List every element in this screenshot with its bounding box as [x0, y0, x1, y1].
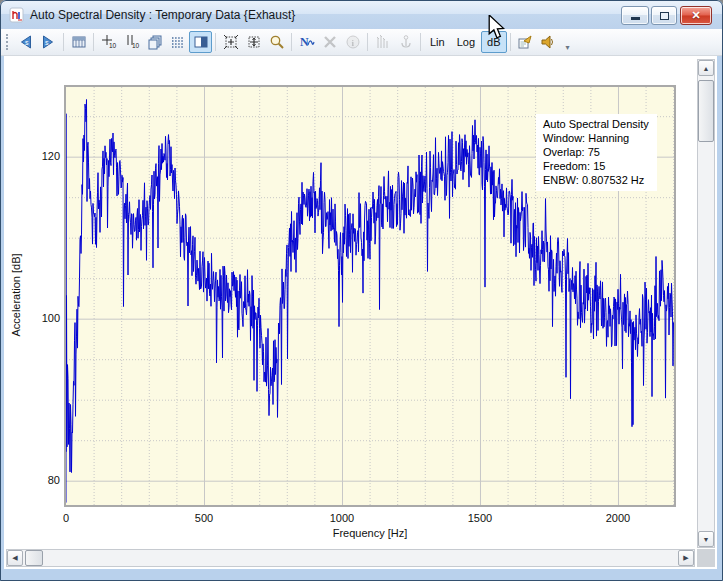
prev-display-button[interactable]: s: [14, 31, 37, 53]
close-button[interactable]: ✕: [680, 6, 712, 25]
toolbar-separator: [367, 33, 368, 51]
curve-fit-button[interactable]: N: [295, 31, 318, 53]
row-overlay-button[interactable]: [166, 31, 189, 53]
y-axis-title: Acceleration [dB]: [10, 240, 22, 350]
minimize-icon: [631, 17, 640, 20]
horizontal-scrollbar[interactable]: ◀ ▶: [6, 549, 695, 567]
magnifier-button[interactable]: [265, 31, 288, 53]
curve-fit-icon: N: [299, 34, 315, 50]
sound-replay-button[interactable]: [537, 31, 560, 53]
vertical-scrollbar[interactable]: ▲ ▼: [697, 59, 715, 548]
prev-display-icon: s: [17, 34, 34, 50]
export-report-button[interactable]: [514, 31, 537, 53]
arrow-up-icon: ▲: [703, 65, 710, 72]
restore-button[interactable]: [651, 6, 677, 25]
magnifier-icon: [269, 34, 285, 50]
app-icon: [9, 7, 25, 23]
scroll-down-button[interactable]: ▼: [698, 531, 714, 547]
title-bar[interactable]: Auto Spectral Density : Temporary Data {…: [1, 1, 722, 29]
x-tick-label: 1500: [450, 512, 510, 524]
y-tick-label: 80: [18, 474, 60, 486]
db-scale-button[interactable]: dB: [481, 31, 506, 53]
legend-line: Freedom: 15: [543, 159, 649, 173]
toolbar-separator: [63, 33, 64, 51]
svg-text:N: N: [300, 35, 309, 49]
scrollbar-corner: [697, 549, 715, 567]
marker-harmonics-button: [371, 31, 394, 53]
window-title: Auto Spectral Density : Temporary Data {…: [30, 8, 295, 22]
restore-icon: [660, 12, 669, 20]
arrow-right-icon: ▶: [683, 554, 688, 562]
delete-cross-button: [318, 31, 341, 53]
x-axis-title: Frequency [Hz]: [310, 527, 430, 539]
info-button: i: [341, 31, 364, 53]
svg-text:s: s: [45, 39, 49, 46]
legend-line: Window: Hanning: [543, 131, 649, 145]
x-tick-label: 500: [174, 512, 234, 524]
legend-line: ENBW: 0.807532 Hz: [543, 173, 649, 187]
y-tick-label: 100: [18, 312, 60, 324]
svg-text:s: s: [25, 39, 29, 46]
toolbar-separator: [215, 33, 216, 51]
legend-box: Auto Spectral Density Window: Hanning Ov…: [536, 114, 657, 191]
chart-panel: Acceleration [dB] Frequency [Hz] 0500100…: [4, 56, 717, 569]
export-report-icon: [517, 34, 533, 50]
cursor-vertical-icon: 10: [124, 34, 140, 50]
minimize-button[interactable]: [621, 6, 649, 25]
lin-scale-button[interactable]: Lin: [424, 31, 451, 53]
row-overlay-icon: [170, 34, 186, 50]
svg-text:10: 10: [109, 42, 117, 49]
vertical-scroll-thumb[interactable]: [698, 80, 714, 142]
marker-anchor-button: [394, 31, 417, 53]
x-tick-label: 2000: [588, 512, 648, 524]
close-icon: ✕: [691, 9, 700, 22]
zoom-extents-icon: [223, 34, 239, 50]
app-window: Auto Spectral Density : Temporary Data {…: [0, 0, 723, 581]
marker-anchor-icon: [398, 34, 414, 50]
legend-line: Auto Spectral Density: [543, 117, 649, 131]
cursor-horizontal-icon: 10: [101, 34, 117, 50]
svg-text:10: 10: [132, 42, 140, 49]
log-scale-button[interactable]: Log: [451, 31, 481, 53]
split-pane-button[interactable]: [189, 31, 212, 53]
cascade-layers-icon: [147, 34, 163, 50]
cursor-vertical-button[interactable]: 10: [120, 31, 143, 53]
zoom-window-button[interactable]: [242, 31, 265, 53]
scroll-up-button[interactable]: ▲: [698, 60, 714, 76]
options-grid-button[interactable]: [67, 31, 90, 53]
toolbar-grip[interactable]: [6, 34, 10, 50]
cursor-horizontal-button[interactable]: 10: [97, 31, 120, 53]
info-icon: i: [345, 34, 361, 50]
toolbar-separator: [291, 33, 292, 51]
x-tick-label: 0: [36, 512, 96, 524]
scroll-right-button[interactable]: ▶: [678, 550, 694, 566]
zoom-extents-button[interactable]: [219, 31, 242, 53]
arrow-left-icon: ◀: [12, 554, 17, 562]
options-grid-icon: [71, 34, 87, 50]
horizontal-scroll-thumb[interactable]: [25, 550, 43, 566]
scroll-left-button[interactable]: ◀: [7, 550, 23, 566]
next-display-icon: s: [40, 34, 57, 50]
toolbar: s s 10 10: [1, 29, 722, 56]
y-tick-label: 120: [18, 150, 60, 162]
arrow-down-icon: ▼: [703, 536, 710, 543]
marker-harmonics-icon: [375, 34, 391, 50]
sound-replay-icon: [540, 34, 556, 50]
cascade-layers-button[interactable]: [143, 31, 166, 53]
zoom-window-icon: [246, 34, 262, 50]
split-pane-icon: [193, 34, 209, 50]
toolbar-separator: [420, 33, 421, 51]
toolbar-separator: [510, 33, 511, 51]
delete-cross-icon: [322, 34, 338, 50]
toolbar-overflow-button[interactable]: ▾: [566, 43, 570, 55]
next-display-button[interactable]: s: [37, 31, 60, 53]
toolbar-separator: [93, 33, 94, 51]
x-tick-label: 1000: [312, 512, 372, 524]
legend-line: Overlap: 75: [543, 145, 649, 159]
